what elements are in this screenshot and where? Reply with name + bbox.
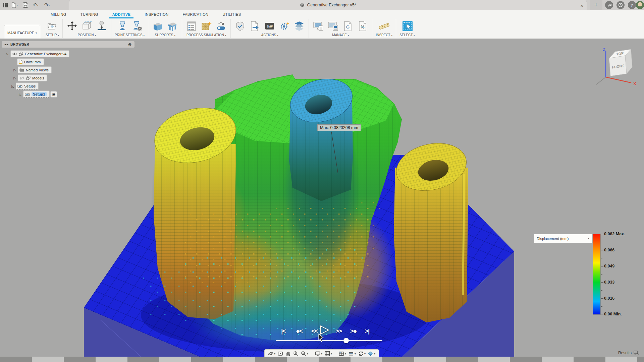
bar-support-icon[interactable] xyxy=(166,20,178,32)
collapse-panel-icon[interactable]: ◀◀ xyxy=(4,43,8,46)
playback-last-button[interactable]: >| xyxy=(365,327,369,335)
place-on-platform-icon[interactable] xyxy=(96,20,108,32)
select-icon[interactable] xyxy=(401,20,413,32)
expand-icon[interactable]: ◺ xyxy=(5,52,9,56)
tree-item-named-views[interactable]: ▷ Named Views xyxy=(13,67,51,73)
group-label-manage[interactable]: MANAGE ▾ xyxy=(332,32,349,38)
voxel-speckles xyxy=(141,201,382,337)
browser-header[interactable]: ◀◀ BROWSER ⊖ xyxy=(2,41,135,48)
group-label-actions[interactable]: ACTIONS ▾ xyxy=(261,32,278,38)
viewport: Max: 0.0820208 mm ◀◀ BROWSER ⊖ ◺ Generat… xyxy=(0,39,644,357)
job-status-icon[interactable] xyxy=(605,1,613,9)
tree-item-models[interactable]: ▷ Models xyxy=(13,75,47,81)
playback-slider-handle[interactable] xyxy=(343,338,349,343)
orientation-box-icon[interactable] xyxy=(81,20,93,32)
group-label-inspect[interactable]: INSPECT ▾ xyxy=(376,32,392,38)
compensate-icon[interactable] xyxy=(215,20,227,32)
model-main-body[interactable] xyxy=(151,74,402,354)
navigation-toolbar: ▾ ▾ ▾ ▾ ▾ ▾ ▾ ▾ xyxy=(264,349,379,357)
export-3mf-icon[interactable]: 3MF xyxy=(264,20,276,32)
playback-next-key-button[interactable]: >● xyxy=(350,327,357,335)
tree-item-setups[interactable]: ◺ Setups xyxy=(11,83,38,89)
refresh-icon[interactable]: ▾ xyxy=(358,351,366,356)
tree-item-setup1[interactable]: ◺ Setup1 ◉ xyxy=(18,91,57,98)
playback-prev-key-button[interactable]: ●< xyxy=(296,327,302,335)
print-setting-library-icon[interactable] xyxy=(327,20,339,32)
simulate-build-icon[interactable] xyxy=(200,20,212,32)
tab-additive[interactable]: ADDITIVE xyxy=(105,10,138,18)
viewports-icon[interactable]: ▾ xyxy=(339,351,346,356)
solid-support-icon[interactable] xyxy=(152,20,164,32)
undo-icon[interactable]: ↶ ▾ xyxy=(33,1,39,9)
avatar[interactable] xyxy=(636,1,644,9)
pan-icon[interactable] xyxy=(285,351,291,356)
export-icon[interactable] xyxy=(249,20,261,32)
expand-icon[interactable]: ▷ xyxy=(13,76,17,80)
tab-utilities[interactable]: UTILITIES xyxy=(215,10,248,18)
playback-first-button[interactable]: |< xyxy=(281,327,285,335)
generate-icon[interactable] xyxy=(278,20,290,32)
layer-steps-icon[interactable]: ▾ xyxy=(348,351,356,356)
orbit-icon[interactable]: ▾ xyxy=(268,351,275,356)
model-left-boss[interactable] xyxy=(149,100,241,319)
tab-turning[interactable]: TURNING xyxy=(73,10,105,18)
visual-style-icon[interactable]: ▾ xyxy=(368,351,375,356)
machine-library-icon[interactable] xyxy=(312,20,324,32)
browser-minimize-icon[interactable]: ⊖ xyxy=(128,42,132,47)
new-tab-icon[interactable]: + xyxy=(590,0,602,10)
tab-inspection[interactable]: INSPECTION xyxy=(138,10,175,18)
variables-icon[interactable]: % xyxy=(357,20,369,32)
redo-icon[interactable]: ↷ ▾ xyxy=(44,1,50,9)
eye-icon[interactable] xyxy=(12,52,17,56)
group-label-select[interactable]: SELECT ▾ xyxy=(399,32,415,38)
tree-item-units[interactable]: Units: mm xyxy=(17,59,44,65)
group-label-position[interactable]: POSITION ▾ xyxy=(78,32,96,38)
playback-rewind-button[interactable]: << xyxy=(311,327,317,335)
zoom-window-icon[interactable]: ▾ xyxy=(301,351,308,356)
document-tab[interactable]: Generative Exchanger v5* × xyxy=(69,0,587,10)
simulation-study-icon[interactable] xyxy=(185,20,198,32)
group-label-process-simulation[interactable]: PROCESS SIMULATION ▾ xyxy=(186,32,226,38)
print-settings-icon[interactable] xyxy=(116,20,128,32)
active-setup-target-icon[interactable]: ◉ xyxy=(51,92,57,97)
expand-icon[interactable]: ◺ xyxy=(11,84,15,88)
group-label-supports[interactable]: SUPPORTS ▾ xyxy=(155,32,176,38)
build-plate[interactable] xyxy=(84,155,514,357)
look-at-icon[interactable] xyxy=(278,351,283,356)
additive-layers-icon[interactable] xyxy=(293,20,305,32)
legend-result-dropdown[interactable]: Displacement (mm) ▾ xyxy=(534,234,592,243)
grid-snaps-icon[interactable]: ▾ xyxy=(325,351,332,356)
expand-icon[interactable]: ◺ xyxy=(18,93,22,96)
zoom-icon[interactable] xyxy=(293,351,299,356)
measure-icon[interactable] xyxy=(378,20,390,32)
tab-milling[interactable]: MILLING xyxy=(44,10,73,18)
view-cube[interactable]: TOP FRONT Z X xyxy=(594,45,644,89)
printability-icon[interactable] xyxy=(234,20,246,32)
model-top-boss[interactable] xyxy=(286,73,357,201)
playback-slider[interactable] xyxy=(276,340,382,341)
move-icon[interactable] xyxy=(66,20,78,32)
model-right-boss[interactable] xyxy=(391,137,471,322)
help-icon[interactable]: ? xyxy=(628,1,636,9)
mouse-cursor xyxy=(318,334,324,342)
save-icon[interactable] xyxy=(23,1,28,9)
app-grid-icon[interactable] xyxy=(3,1,8,9)
recent-clock-icon[interactable] xyxy=(616,1,625,9)
display-settings-icon[interactable]: ▾ xyxy=(315,351,322,356)
file-menu-icon[interactable]: ▾ xyxy=(11,1,18,9)
comments-icon[interactable] xyxy=(634,351,639,355)
group-label-setup[interactable]: SETUP ▾ xyxy=(46,32,59,38)
tab-fabrication[interactable]: FABRICATION xyxy=(176,10,216,18)
machine-settings-icon[interactable] xyxy=(131,20,143,32)
group-inspect: INSPECT ▾ xyxy=(372,19,396,38)
new-setup-icon[interactable] xyxy=(46,20,58,32)
tree-item-root[interactable]: ◺ Generative Exchanger v4 xyxy=(5,51,69,57)
close-tab-icon[interactable]: × xyxy=(580,2,583,9)
component-icon xyxy=(19,52,23,56)
gcode-library-icon[interactable]: G xyxy=(342,20,354,32)
playback-forward-button[interactable]: >> xyxy=(335,327,341,335)
expand-icon[interactable]: ▷ xyxy=(13,68,17,72)
tooltip-leader-line xyxy=(331,132,338,174)
eye-hidden-icon[interactable] xyxy=(19,76,24,80)
group-label-print-settings[interactable]: PRINT SETTINGS ▾ xyxy=(115,32,145,38)
